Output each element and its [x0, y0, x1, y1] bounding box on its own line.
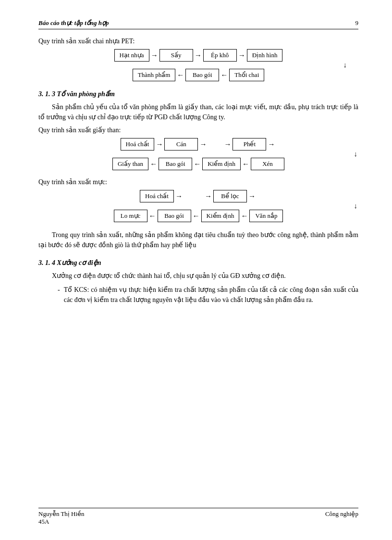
flow-box-kiem-dinh-giay: Kiểm định	[202, 158, 241, 170]
bullet-list: - Tổ KCS: có nhiệm vụ thực hiện kiểm tra…	[58, 285, 358, 305]
pet-down-arrow: ↓	[38, 62, 358, 69]
muc-row1: Hoá chất → → Bể lọc →	[140, 190, 257, 202]
section-314-heading: 3. 1. 4 Xưởng cơ điện	[38, 259, 358, 267]
arrow-5: ←	[220, 71, 228, 79]
flow-box-bao-goi-giay: Bao gói	[159, 158, 192, 170]
footer-left: Nguyễn Thị Hiền 45A	[38, 510, 85, 526]
arrow-g1: →	[156, 140, 163, 149]
flow-box-kiem-dinh-muc: Kiểm định	[201, 210, 240, 222]
section-313-paragraph: Sản phẩm chủ yếu của tổ văn phòng phẩm l…	[38, 102, 358, 122]
flow-box-dinh-hinh: Định hình	[247, 49, 283, 62]
arrow-g2: →	[199, 140, 207, 149]
flow-box-hoa-chat-1: Hoá chất	[121, 138, 155, 151]
muc-flowchart: Hoá chất → → Bể lọc → ↓ Lo mực ← Bao gói…	[38, 190, 358, 222]
bullet-item-kcs: - Tổ KCS: có nhiệm vụ thực hiện kiểm tra…	[58, 285, 358, 305]
giay-row2: Giấy than ← Bao gói ← Kiểm định ← Xén	[112, 158, 284, 170]
flow-box-hat-nhua: Hạt nhựa	[114, 49, 149, 62]
arrow-m2: →	[205, 192, 212, 201]
pet-row2: Thành phẩm ← Bao gói ← Thổi chai	[133, 69, 265, 81]
giay-down-arrow: ↓	[38, 151, 358, 158]
flow-box-say: Sấy	[159, 49, 193, 62]
arrow-3: →	[238, 51, 245, 60]
arrow-g7: ←	[242, 160, 249, 168]
bullet-text-kcs: Tổ KCS: có nhiệm vụ thực hiện kiểm tra c…	[64, 285, 358, 305]
flow-box-van-nap: Văn nắp	[249, 210, 283, 222]
arrow-g3: →	[224, 140, 231, 149]
giay-than-flowchart: Hoá chất → Cán → → Phết → ↓ Giấy than ← …	[38, 138, 358, 170]
arrow-m1: →	[175, 192, 183, 201]
header-title: Báo cáo thực tập tổng hợp	[38, 19, 109, 27]
giay-than-label: Quy trình sản xuất giấy than:	[38, 126, 358, 134]
arrow-m6: ←	[241, 212, 248, 220]
bullet-dash: -	[58, 285, 60, 295]
flow-box-be-loc: Bể lọc	[213, 190, 247, 202]
flow-box-phet: Phết	[233, 138, 266, 151]
muc-down-arrow: ↓	[38, 202, 358, 210]
flow-box-thoi-chai: Thổi chai	[229, 69, 264, 81]
arrow-m3: →	[248, 192, 256, 201]
flow-box-can: Cán	[164, 138, 198, 151]
muc-row2: Lo mực ← Bao gói ← Kiểm định ← Văn nắp	[114, 210, 283, 222]
arrow-m5: ←	[193, 212, 200, 220]
footer-class: 45A	[38, 518, 85, 526]
header-page-number: 9	[355, 19, 359, 27]
arrow-g6: ←	[194, 160, 201, 168]
footer-name: Nguyễn Thị Hiền	[38, 510, 85, 518]
flow-box-thanh-pham: Thành phẩm	[133, 69, 176, 81]
section-314-paragraph: Xưởng cơ điện được tổ chức thành hai tổ,…	[38, 271, 358, 281]
arrow-m4: ←	[149, 212, 156, 220]
arrow-1: →	[151, 51, 158, 60]
page-footer: Nguyễn Thị Hiền 45A Công nghiệp	[38, 508, 358, 526]
arrow-2: →	[195, 51, 202, 60]
section-313-heading: 3. 1. 3 Tổ văn phòng phẩm	[38, 90, 358, 98]
pet-intro: Quy trình sản xuất chai nhựa PET:	[38, 37, 358, 45]
flow-box-lo-muc: Lo mực	[114, 210, 147, 222]
muc-label: Quy trình sản xuất mực:	[38, 178, 358, 186]
arrow-g5: ←	[150, 160, 157, 168]
arrow-g4: →	[268, 140, 275, 149]
middle-paragraph: Trong quy trình sản xuất, những sản phẩm…	[38, 230, 358, 250]
flow-box-bao-goi-muc: Bao gói	[158, 210, 191, 222]
pet-flowchart: Hạt nhựa → Sấy → Ép khô → Định hình ↓ Th…	[38, 49, 358, 81]
pet-row1: Hạt nhựa → Sấy → Ép khô → Định hình	[114, 49, 283, 62]
page-header: Báo cáo thực tập tổng hợp 9	[38, 19, 358, 29]
flow-box-bao-goi-pet: Bao gói	[185, 69, 219, 81]
flow-box-xen: Xén	[251, 158, 284, 170]
footer-right: Công nghiệp	[325, 510, 358, 526]
flow-box-giay-than: Giấy than	[112, 158, 148, 170]
giay-row1: Hoá chất → Cán → → Phết →	[121, 138, 277, 151]
flow-box-ep-kho: Ép khô	[203, 49, 237, 62]
arrow-4: ←	[177, 71, 184, 79]
flow-box-hoa-chat-2: Hoá chất	[140, 190, 174, 202]
